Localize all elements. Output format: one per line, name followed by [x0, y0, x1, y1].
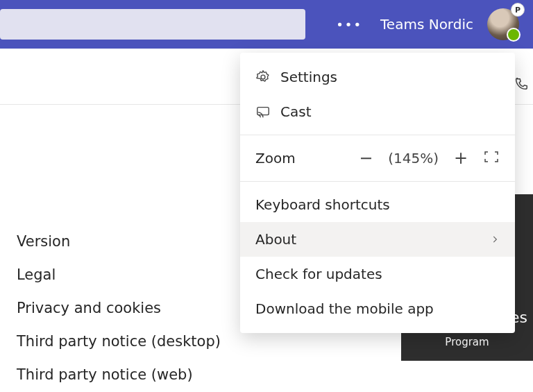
tenant-name[interactable]: Teams Nordic: [380, 16, 473, 33]
menu-item-keyboard-shortcuts[interactable]: Keyboard shortcuts: [240, 187, 515, 222]
menu-label: Settings: [280, 69, 337, 85]
menu-label: Download the mobile app: [255, 300, 434, 317]
zoom-row: Zoom − (145%) +: [240, 141, 515, 176]
submenu-item-third-party-desktop[interactable]: Third party notice (desktop): [0, 325, 239, 358]
zoom-label: Zoom: [255, 150, 344, 167]
search-input[interactable]: [0, 9, 305, 40]
menu-item-download-mobile[interactable]: Download the mobile app: [240, 291, 515, 326]
avatar-badge: P: [511, 3, 525, 17]
submenu-item-version[interactable]: Version: [0, 225, 239, 258]
zoom-out-button[interactable]: −: [356, 148, 375, 168]
more-menu-button[interactable]: •••: [332, 13, 366, 36]
settings-menu: Settings Cast Zoom − (145%) +: [240, 53, 515, 333]
submenu-item-third-party-web[interactable]: Third party notice (web): [0, 358, 239, 391]
menu-item-settings[interactable]: Settings: [240, 60, 515, 94]
svg-point-0: [261, 75, 265, 79]
header-right: ••• Teams Nordic P: [332, 8, 519, 40]
menu-item-cast[interactable]: Cast: [240, 94, 515, 129]
submenu-label: Legal: [17, 266, 56, 283]
menu-separator: [240, 135, 515, 135]
submenu-label: Third party notice (web): [17, 366, 193, 383]
menu-label: Check for updates: [255, 266, 382, 282]
fullscreen-icon[interactable]: [483, 150, 500, 167]
submenu-label: Version: [17, 233, 70, 250]
svg-rect-1: [257, 108, 269, 115]
menu-item-about[interactable]: About: [240, 222, 515, 257]
submenu-item-legal[interactable]: Legal: [0, 258, 239, 291]
menu-separator: [240, 181, 515, 182]
menu-label: Cast: [280, 103, 311, 120]
menu-label: About: [255, 231, 296, 248]
submenu-item-privacy[interactable]: Privacy and cookies: [0, 291, 239, 325]
submenu-label: Third party notice (desktop): [17, 333, 221, 350]
menu-label: Keyboard shortcuts: [255, 196, 390, 213]
submenu-label: Privacy and cookies: [17, 300, 161, 316]
gear-icon: [255, 69, 271, 85]
avatar-button[interactable]: P: [487, 8, 519, 40]
about-submenu: Version Legal Privacy and cookies Third …: [0, 215, 239, 392]
cast-icon: [255, 104, 271, 119]
menu-item-check-updates[interactable]: Check for updates: [240, 257, 515, 291]
app-header: ••• Teams Nordic P: [0, 0, 533, 49]
zoom-in-button[interactable]: +: [451, 148, 471, 168]
zoom-value: (145%): [388, 150, 439, 167]
phone-icon[interactable]: [514, 76, 529, 94]
chevron-right-icon: [490, 231, 500, 248]
content-area: es Program Version Legal Privacy and coo…: [0, 49, 533, 392]
program-label: Program: [445, 336, 489, 348]
